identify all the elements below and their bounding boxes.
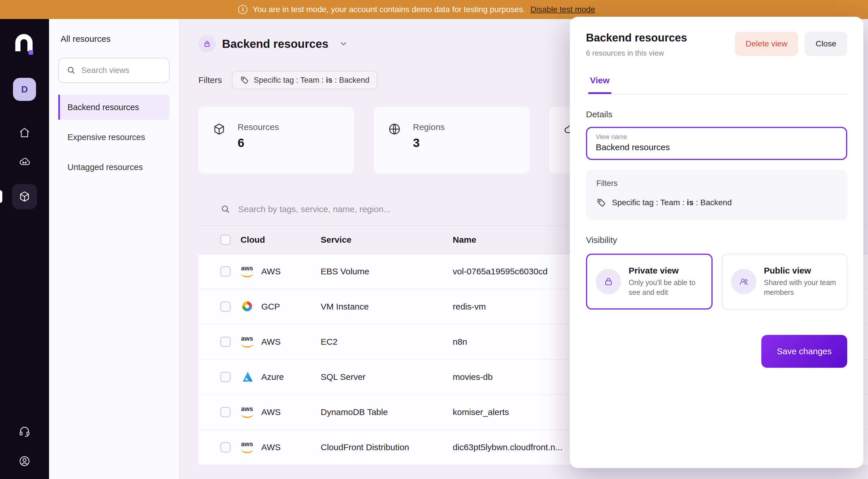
stat-card-resources: Resources 6 [198, 107, 354, 173]
sidebar-item-expensive-resources[interactable]: Expensive resources [58, 125, 169, 150]
public-view-text: Public view Shared with your team member… [764, 266, 838, 297]
table-search-input[interactable] [238, 204, 486, 214]
cell-cloud: AWS [261, 442, 281, 452]
cell-service: CloudFront Distribution [321, 442, 453, 452]
cloud-accounts-icon[interactable] [18, 155, 31, 168]
cell-service: DynamoDB Table [321, 407, 453, 417]
views-list: Backend resources Expensive resources Un… [58, 95, 169, 180]
stat-text: Regions 3 [413, 122, 445, 158]
row-checkbox[interactable] [220, 407, 231, 417]
stat-label: Resources [238, 122, 279, 132]
aws-logo-icon [241, 266, 255, 277]
banner-message: You are in test mode, your account conta… [253, 5, 525, 14]
row-checkbox[interactable] [220, 442, 231, 452]
aws-logo-icon [241, 442, 255, 452]
private-view-desc: Only you'll be able to see and edit [629, 278, 703, 297]
filters-label: Filters [198, 75, 222, 85]
select-all-checkbox[interactable] [220, 234, 231, 245]
search-icon [220, 204, 231, 215]
row-checkbox[interactable] [220, 301, 231, 312]
visibility-options: Private view Only you'll be able to see … [586, 254, 847, 310]
workspace-avatar[interactable]: D [13, 78, 36, 101]
stat-value: 3 [413, 136, 445, 150]
page-title: Backend resources [222, 37, 329, 51]
public-view-title: Public view [764, 266, 838, 276]
view-name-label: View name [596, 133, 837, 141]
column-header-service[interactable]: Service [321, 235, 453, 245]
chevron-down-icon[interactable] [339, 39, 348, 49]
rail-nav [0, 126, 49, 209]
drawer-title-block: Backend resources 6 resources in this vi… [586, 32, 687, 58]
cube-icon [212, 122, 226, 158]
search-icon [66, 65, 76, 75]
details-label: Details [586, 109, 847, 119]
cell-cloud: GCP [261, 302, 280, 312]
public-view-desc: Shared with your team members [764, 278, 838, 297]
private-view-option[interactable]: Private view Only you'll be able to see … [586, 254, 713, 310]
search-views-input[interactable] [81, 66, 161, 75]
cell-cloud: Azure [261, 372, 284, 382]
close-button[interactable]: Close [805, 32, 847, 56]
gcp-logo-icon [241, 301, 255, 312]
row-checkbox[interactable] [220, 337, 231, 347]
save-changes-button[interactable]: Save changes [761, 335, 847, 368]
primary-sidebar: D [0, 19, 49, 479]
disable-test-mode-link[interactable]: Disable test mode [531, 5, 595, 14]
visibility-label: Visibility [586, 235, 847, 245]
stat-label: Regions [413, 122, 445, 132]
drawer-filter-chip-text: Specific tag : Team :is: Backend [612, 198, 732, 207]
private-view-text: Private view Only you'll be able to see … [629, 266, 703, 297]
search-views-box [58, 58, 169, 83]
drawer-filters-label: Filters [596, 179, 837, 188]
test-mode-banner: You are in test mode, your account conta… [0, 0, 868, 19]
drawer-filter-chip: Specific tag : Team :is: Backend [596, 198, 837, 207]
tab-view[interactable]: View [588, 75, 611, 94]
lock-icon [596, 269, 621, 294]
komiser-logo [15, 33, 34, 55]
tag-icon [596, 198, 606, 207]
home-icon[interactable] [18, 126, 31, 139]
rail-active-wrap [0, 184, 49, 209]
column-header-cloud[interactable]: Cloud [241, 235, 321, 245]
views-sidebar: All resources Backend resources Expensiv… [49, 19, 179, 479]
cell-cloud: AWS [261, 407, 281, 417]
logo-arch [15, 34, 33, 51]
azure-logo-icon [241, 372, 255, 382]
sidebar-item-all-resources[interactable]: All resources [58, 32, 169, 44]
drawer-header: Backend resources 6 resources in this vi… [586, 32, 847, 58]
filter-chip[interactable]: Specific tag : Team :is: Backend [232, 71, 377, 89]
users-icon [731, 269, 756, 294]
stat-text: Resources 6 [238, 122, 279, 158]
drawer-tabs: View [586, 75, 847, 95]
cell-service: EBS Volume [321, 266, 453, 277]
drawer-title: Backend resources [586, 32, 687, 44]
rail-bottom [18, 425, 31, 468]
delete-view-button[interactable]: Delete view [735, 32, 799, 56]
profile-icon[interactable] [18, 455, 31, 468]
drawer-footer: Save changes [586, 335, 847, 368]
cell-cloud: AWS [261, 337, 281, 347]
tag-icon [240, 75, 249, 85]
cell-service: EC2 [321, 337, 453, 347]
cell-cloud: AWS [261, 266, 281, 277]
stat-value: 6 [238, 136, 279, 150]
private-view-title: Private view [629, 266, 703, 276]
cell-service: VM Instance [321, 302, 453, 312]
view-name-input[interactable] [596, 142, 837, 152]
stat-card-regions: Regions 3 [374, 107, 529, 173]
filter-chip-text: Specific tag : Team :is: Backend [254, 76, 369, 85]
inventory-icon[interactable] [12, 184, 37, 209]
row-checkbox[interactable] [220, 266, 231, 277]
aws-logo-icon [241, 337, 255, 347]
sidebar-item-untagged-resources[interactable]: Untagged resources [58, 155, 169, 180]
public-view-option[interactable]: Public view Shared with your team member… [722, 254, 847, 310]
support-headset-icon[interactable] [18, 425, 31, 438]
row-checkbox[interactable] [220, 372, 231, 382]
active-nav-indicator [0, 190, 2, 203]
drawer-subtitle: 6 resources in this view [586, 49, 687, 58]
cell-service: SQL Server [321, 372, 453, 382]
info-icon [238, 5, 247, 14]
edit-view-drawer: Backend resources 6 resources in this vi… [570, 17, 863, 468]
aws-logo-icon [241, 407, 255, 417]
sidebar-item-backend-resources[interactable]: Backend resources [58, 95, 169, 120]
